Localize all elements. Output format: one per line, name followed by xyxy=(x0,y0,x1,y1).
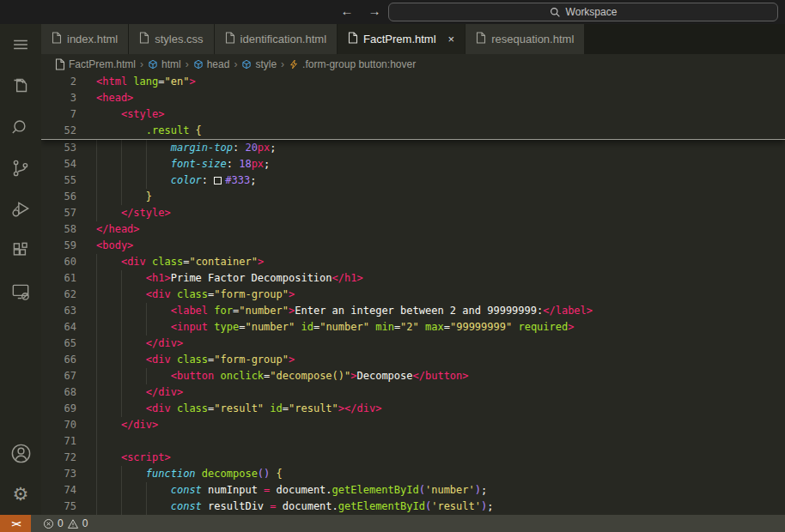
code-text: </head> xyxy=(89,221,785,238)
line-number: 75 xyxy=(41,499,89,515)
indent-guide xyxy=(121,466,122,482)
indent-guide xyxy=(96,303,97,319)
code-line-70[interactable]: 70 </div> xyxy=(41,417,785,433)
indent-guide xyxy=(96,336,97,352)
file-icon xyxy=(225,32,235,46)
indent-guide xyxy=(96,482,97,499)
code-text: margin-top: 20px; xyxy=(89,140,785,156)
indent-guide xyxy=(96,319,97,336)
code-line-53[interactable]: 53 margin-top: 20px; xyxy=(41,140,785,156)
tab-identification.html[interactable]: identification.html xyxy=(215,24,338,54)
menu-icon[interactable] xyxy=(0,24,41,65)
code-line-64[interactable]: 64 <input type="number" id="number" min=… xyxy=(41,319,785,336)
indent-guide xyxy=(121,140,122,156)
back-arrow-icon[interactable]: ← xyxy=(338,3,356,18)
code-line-55[interactable]: 55 color: #333; xyxy=(41,172,785,189)
breadcrumb-file[interactable]: FactPrem.html xyxy=(55,58,136,70)
remote-explorer-icon[interactable] xyxy=(0,271,41,312)
code-text: <div class="result" id="result"></div> xyxy=(89,401,785,417)
code-line-56[interactable]: 56 } xyxy=(41,189,785,205)
line-number: 68 xyxy=(41,384,89,401)
remote-indicator[interactable]: >< xyxy=(0,515,31,532)
search-text: Workspace xyxy=(566,6,618,18)
indent-guide xyxy=(121,368,122,384)
settings-gear-icon[interactable]: ⚙ xyxy=(0,474,41,515)
code-line-66[interactable]: 66 <div class="form-group"> xyxy=(41,352,785,368)
code-line-60[interactable]: 60 <div class="container"> xyxy=(41,254,785,270)
code-editor[interactable]: 2<html lang="en">3<head>7 <style>52 .res… xyxy=(41,74,785,515)
warning-icon xyxy=(67,518,79,529)
code-text: <div class="form-group"> xyxy=(89,287,785,303)
search-icon[interactable] xyxy=(0,106,41,148)
code-line-62[interactable]: 62 <div class="form-group"> xyxy=(41,287,785,303)
breadcrumb-head[interactable]: head xyxy=(193,58,230,70)
sticky-scroll[interactable]: 2<html lang="en">3<head>7 <style>52 .res… xyxy=(41,74,785,140)
line-number: 55 xyxy=(41,172,89,189)
indent-guide xyxy=(96,270,97,287)
extensions-icon[interactable] xyxy=(0,230,41,271)
indent-guide xyxy=(121,189,122,205)
code-line-61[interactable]: 61 <h1>Prime Factor Decomposition</h1> xyxy=(41,270,785,287)
indent-guide xyxy=(121,482,122,499)
indent-guide xyxy=(121,384,122,401)
code-line-2[interactable]: 2<html lang="en"> xyxy=(41,74,785,90)
indent-guide xyxy=(146,368,147,384)
symbol-cube-icon xyxy=(148,59,158,70)
code-text: <head> xyxy=(89,90,785,106)
tab-index.html[interactable]: index.html xyxy=(41,24,129,54)
explorer-icon[interactable] xyxy=(0,65,41,106)
error-icon xyxy=(43,518,54,529)
tab-label: styles.css xyxy=(155,33,203,45)
file-icon xyxy=(52,32,62,46)
code-line-3[interactable]: 3<head> xyxy=(41,90,785,106)
code-line-63[interactable]: 63 <label for="number">Enter an integer … xyxy=(41,303,785,319)
code-lines[interactable]: 53 margin-top: 20px;54 font-size: 18px;5… xyxy=(41,140,785,515)
command-center-search[interactable]: Workspace xyxy=(388,3,778,21)
indent-guide xyxy=(96,450,97,466)
tab-FactPrem.html[interactable]: FactPrem.html× xyxy=(338,24,466,54)
symbol-cube-icon xyxy=(193,59,204,70)
indent-guide xyxy=(121,352,122,368)
line-number: 65 xyxy=(41,336,89,352)
code-line-75[interactable]: 75 const resultDiv = document.getElement… xyxy=(41,499,785,515)
code-text: <div class="container"> xyxy=(89,254,785,270)
account-icon[interactable] xyxy=(0,432,41,474)
indent-guide xyxy=(96,140,97,156)
indent-guide xyxy=(96,466,97,482)
breadcrumb-selector[interactable]: .form-group button:hover xyxy=(289,58,416,70)
close-icon[interactable]: × xyxy=(448,33,455,45)
breadcrumb-html[interactable]: html xyxy=(148,58,181,70)
line-number: 66 xyxy=(41,352,89,368)
code-line-71[interactable]: 71 xyxy=(41,433,785,450)
forward-arrow-icon[interactable]: → xyxy=(365,3,384,18)
tab-styles.css[interactable]: styles.css xyxy=(129,24,214,54)
code-line-65[interactable]: 65 </div> xyxy=(41,336,785,352)
code-line-72[interactable]: 72 <script> xyxy=(41,450,785,466)
color-swatch[interactable] xyxy=(214,177,222,184)
code-line-58[interactable]: 58</head> xyxy=(41,221,785,238)
code-text: <button onclick="decompose()">Decompose<… xyxy=(89,368,785,384)
line-number: 72 xyxy=(41,450,89,466)
code-text: </style> xyxy=(89,205,785,221)
error-count: 0 xyxy=(58,517,64,529)
indent-guide xyxy=(121,336,122,352)
code-line-7[interactable]: 7 <style> xyxy=(41,106,785,123)
indent-guide xyxy=(121,319,122,336)
code-line-54[interactable]: 54 font-size: 18px; xyxy=(41,156,785,172)
run-debug-icon[interactable] xyxy=(0,189,41,230)
code-line-67[interactable]: 67 <button onclick="decompose()">Decompo… xyxy=(41,368,785,384)
breadcrumb-style[interactable]: style xyxy=(241,58,277,70)
code-line-73[interactable]: 73 function decompose() { xyxy=(41,466,785,482)
code-line-59[interactable]: 59<body> xyxy=(41,238,785,254)
code-line-52[interactable]: 52 .result { xyxy=(41,123,785,139)
source-control-icon[interactable] xyxy=(0,148,41,189)
breadcrumb-separator: › xyxy=(140,58,143,70)
tab-resequation.html[interactable]: resequation.html xyxy=(466,24,585,54)
problems-status[interactable]: 0 0 xyxy=(43,517,88,529)
code-line-68[interactable]: 68 </div> xyxy=(41,384,785,401)
code-line-57[interactable]: 57 </style> xyxy=(41,205,785,221)
line-number: 3 xyxy=(41,90,89,106)
code-line-69[interactable]: 69 <div class="result" id="result"></div… xyxy=(41,401,785,417)
tab-label: identification.html xyxy=(240,33,326,45)
code-line-74[interactable]: 74 const numInput = document.getElementB… xyxy=(41,482,785,499)
